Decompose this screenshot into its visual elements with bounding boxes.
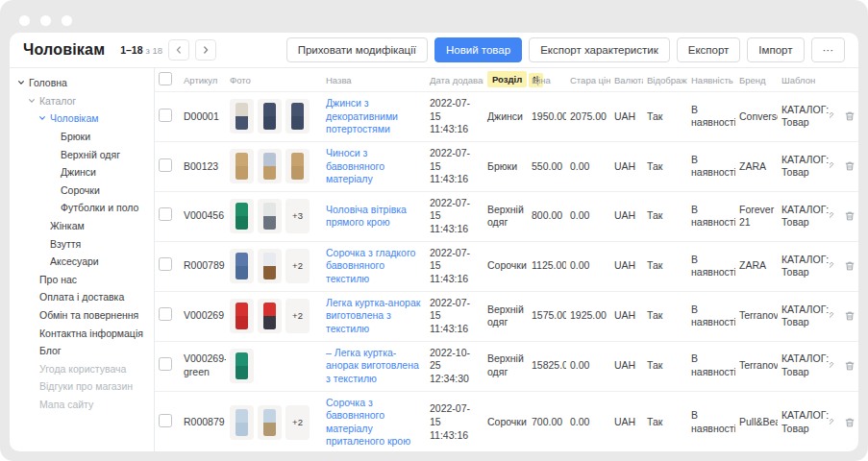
sidebar-item[interactable]: Взуття [10, 234, 154, 253]
prev-page-button[interactable] [168, 39, 189, 61]
product-category: Джинси [484, 92, 528, 142]
delete-button[interactable] [844, 310, 856, 322]
delete-button[interactable] [844, 110, 856, 122]
edit-button[interactable] [830, 417, 835, 428]
column-header-label[interactable]: Артикул [184, 75, 217, 85]
product-name-link[interactable]: Чиноси з бавовняного матеріалу [326, 147, 384, 184]
product-template: КАТАЛОГ: Товар [778, 391, 830, 451]
export-characteristics-button[interactable]: Експорт характеристик [529, 37, 670, 62]
sidebar-item[interactable]: Головна [10, 74, 154, 92]
sidebar-item[interactable]: Мапа сайту [10, 396, 154, 414]
hide-modifications-button[interactable]: Приховати модифікації [286, 37, 428, 62]
export-button[interactable]: Експорт [677, 37, 741, 62]
sidebar-item[interactable]: Контактна інформація [10, 324, 154, 342]
product-name-link[interactable]: – Легка куртка-анорак виготовлена з текс… [326, 347, 419, 384]
import-button[interactable]: Імпорт [747, 37, 804, 62]
product-availability: В наявності [687, 391, 735, 451]
product-photo[interactable] [258, 99, 282, 133]
sidebar-item[interactable]: Угода користувача [10, 360, 154, 378]
edit-button[interactable] [830, 160, 835, 172]
product-display: Так [643, 141, 687, 191]
sidebar-item[interactable]: Оплата і доставка [10, 288, 154, 306]
sidebar-item[interactable]: Обмін та повернення [10, 306, 154, 325]
product-photo[interactable] [258, 249, 282, 283]
sorted-column-label[interactable]: Розділ [487, 71, 527, 87]
sidebar-item[interactable]: Брюки [10, 128, 154, 146]
product-checkbox[interactable] [159, 357, 172, 371]
column-header-label[interactable]: Ціна [532, 75, 551, 85]
product-photo[interactable] [230, 149, 254, 183]
more-photos-badge[interactable]: +3 [285, 199, 310, 233]
new-product-button[interactable]: Новий товар [434, 37, 522, 62]
checkbox-cell [155, 241, 180, 291]
column-header-label[interactable]: Відображати [647, 75, 687, 85]
product-checkbox[interactable] [159, 307, 172, 321]
column-header-label[interactable]: Стара ціна [570, 75, 610, 85]
edit-button[interactable] [830, 110, 835, 122]
table-row: B00123Чиноси з бавовняного матеріалу2022… [155, 141, 858, 191]
delete-button[interactable] [844, 260, 856, 272]
table-row: D00001Джинси з декоративними потертостям… [155, 92, 858, 142]
product-checkbox[interactable] [159, 109, 172, 122]
edit-button[interactable] [830, 310, 835, 322]
edit-button[interactable] [830, 210, 835, 222]
column-header-label[interactable]: Бренд [739, 75, 766, 85]
product-old-price: 0.00 [566, 141, 610, 191]
product-photo[interactable] [258, 149, 282, 183]
product-photo[interactable] [258, 299, 282, 333]
delete-button[interactable] [844, 360, 856, 372]
delete-button[interactable] [844, 160, 856, 172]
sidebar-item[interactable]: Жінкам [10, 217, 154, 235]
sidebar-item[interactable]: Верхній одяг [10, 145, 154, 163]
sidebar-item[interactable]: Футболки и поло [10, 199, 154, 217]
garment-shape [263, 409, 276, 436]
product-photo[interactable] [230, 299, 254, 333]
edit-button[interactable] [830, 260, 835, 272]
delete-button[interactable] [844, 417, 856, 428]
sidebar-item[interactable]: Аксесуари [10, 253, 154, 271]
garment-shape [263, 253, 276, 279]
product-photo[interactable] [230, 249, 254, 283]
product-photo[interactable] [285, 99, 310, 133]
sidebar-item[interactable]: Блог [10, 342, 154, 360]
product-name-link[interactable]: Чоловіча вітрівка прямого крою [326, 204, 407, 229]
product-checkbox[interactable] [159, 207, 172, 221]
column-header-label[interactable]: Фото [230, 75, 251, 85]
sidebar-item[interactable]: Каталог [10, 92, 154, 110]
sidebar-item[interactable]: Про нас [10, 271, 154, 289]
sidebar-item[interactable]: Відгуки про магазин [10, 377, 154, 396]
column-header-label[interactable]: Наявність [691, 75, 733, 85]
product-checkbox[interactable] [159, 414, 172, 427]
more-button[interactable]: ··· [811, 37, 846, 62]
column-header-label[interactable]: Валюта [614, 75, 643, 85]
column-header-label[interactable]: Дата додавання [430, 75, 484, 85]
column-header-label[interactable]: Назва [326, 75, 352, 85]
product-name-link[interactable]: Джинси з декоративними потертостями [326, 97, 398, 134]
select-all-checkbox[interactable] [159, 72, 172, 85]
more-photos-badge[interactable]: +2 [285, 405, 310, 440]
product-photo[interactable] [285, 149, 310, 183]
delete-button[interactable] [844, 210, 856, 222]
next-page-button[interactable] [195, 39, 216, 61]
more-photos-badge[interactable]: +2 [285, 299, 310, 333]
table-row: R000789+2Сорочка з гладкого бавовняного … [155, 241, 858, 291]
more-photos-badge[interactable]: +2 [285, 249, 310, 283]
product-checkbox[interactable] [159, 158, 172, 172]
product-photo[interactable] [258, 199, 282, 233]
product-photo[interactable] [230, 349, 254, 383]
product-photo[interactable] [230, 99, 254, 133]
sidebar-item[interactable]: Сорочки [10, 182, 154, 200]
product-name-link[interactable]: Сорочка з бавовняного матеріалу притален… [326, 397, 410, 448]
product-name-link[interactable]: Легка куртка-анорак виготовлена з тексти… [326, 297, 420, 334]
sidebar-item-label: Оплата і доставка [39, 291, 124, 303]
edit-button[interactable] [830, 360, 835, 372]
product-photo[interactable] [258, 405, 282, 440]
sidebar-item[interactable]: Чоловікам [10, 109, 154, 128]
product-photo[interactable] [230, 199, 254, 233]
table-header: АртикулФотоНазваДата додаванняРозділЦіна… [155, 68, 858, 92]
product-photo[interactable] [230, 405, 254, 440]
product-checkbox[interactable] [159, 257, 172, 271]
column-header-label[interactable]: Шаблон [781, 75, 815, 85]
sidebar-item[interactable]: Джинси [10, 163, 154, 182]
product-name-link[interactable]: Сорочка з гладкого бавовняного текстилю [326, 247, 415, 284]
